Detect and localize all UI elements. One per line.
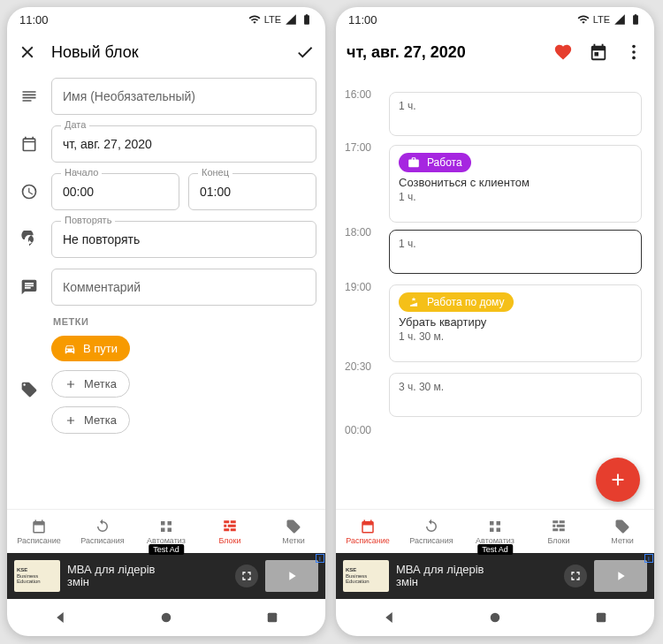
recents-button[interactable]: [593, 610, 609, 625]
event-tag-chip: Работа: [399, 153, 471, 172]
tag-icon: [16, 381, 42, 398]
ad-banner[interactable]: Test Ad i KSEBusiness Education МВА для …: [336, 553, 654, 599]
ad-test-label: Test Ad: [477, 544, 513, 555]
event-card[interactable]: 3 ч. 30 м.: [389, 373, 642, 417]
ad-text: МВА для лідерівзмін: [396, 564, 557, 589]
status-bar: 11:00 LTE: [7, 7, 325, 32]
time-label: 19:00: [345, 281, 377, 334]
app-bar: чт, авг. 27, 2020: [336, 32, 654, 72]
phone-left: 11:00 LTE Новый блок Имя (Необязательный…: [7, 7, 325, 636]
end-time-input[interactable]: Конец 01:00: [188, 173, 316, 210]
status-net: LTE: [593, 14, 610, 25]
close-icon[interactable]: [18, 42, 37, 62]
recents-button[interactable]: [264, 610, 280, 625]
ad-info-icon[interactable]: i: [644, 554, 653, 563]
svg-rect-1: [268, 613, 278, 623]
plus-icon: [65, 414, 77, 427]
text-icon: [16, 87, 42, 105]
car-icon: [64, 343, 76, 355]
back-button[interactable]: [381, 610, 397, 625]
tag-primary-chip[interactable]: В пути: [51, 336, 130, 361]
event-duration: 1 ч.: [399, 191, 632, 203]
tags-heading: МЕТКИ: [53, 316, 316, 327]
phone-right: 11:00 LTE чт, авг. 27, 2020 16:0017:0018…: [336, 7, 654, 636]
comment-input[interactable]: Комментарий: [51, 269, 316, 306]
ad-info-icon[interactable]: i: [316, 554, 324, 563]
name-input[interactable]: Имя (Необязательный): [51, 78, 316, 115]
home-button[interactable]: [487, 610, 503, 625]
status-time: 11:00: [348, 13, 377, 27]
event-duration: 1 ч. 30 м.: [399, 330, 632, 343]
time-label: 16:00: [345, 88, 377, 141]
home-button[interactable]: [158, 610, 174, 625]
svg-rect-6: [597, 613, 606, 623]
event-duration: 3 ч. 30 м.: [399, 381, 632, 393]
ad-video-thumb[interactable]: [265, 560, 318, 592]
time-label: 20:30: [345, 360, 377, 413]
ad-logo: KSEBusiness Education: [343, 560, 389, 592]
more-icon[interactable]: [624, 42, 644, 62]
time-label: 17:00: [345, 141, 377, 194]
svg-point-0: [162, 613, 171, 623]
status-indicators: LTE: [248, 13, 313, 26]
wifi-icon: [248, 13, 261, 26]
nav-schedule[interactable]: Расписание: [7, 510, 71, 553]
battery-icon: [629, 13, 642, 26]
ad-expand-icon[interactable]: [235, 564, 258, 587]
schedule-content: 16:0017:0018:0019:0020:3000:00 1 ч. 1 ч.…: [336, 72, 654, 509]
status-time: 11:00: [19, 13, 49, 27]
ad-video-thumb[interactable]: [594, 560, 647, 592]
nav-schedules[interactable]: Расписания: [71, 510, 134, 553]
nav-tags[interactable]: Метки: [262, 510, 325, 553]
nav-schedules[interactable]: Расписания: [400, 510, 463, 553]
system-nav: [336, 599, 654, 636]
nav-schedule[interactable]: Расписание: [336, 510, 400, 553]
event-column: 1 ч. 1 ч.РаботаСозвониться с клиентом1 ч…: [389, 72, 647, 509]
nav-blocks[interactable]: Блоки: [198, 510, 262, 553]
svg-point-3: [632, 50, 636, 54]
nav-blocks[interactable]: Блоки: [527, 510, 591, 553]
svg-point-2: [632, 45, 636, 49]
event-title: Созвониться с клиентом: [399, 176, 632, 189]
wifi-icon: [577, 13, 590, 26]
start-time-input[interactable]: Начало 00:00: [51, 173, 179, 210]
ad-expand-icon[interactable]: [564, 564, 587, 587]
event-duration: 1 ч.: [399, 238, 632, 250]
add-tag-chip-2[interactable]: Метка: [51, 406, 130, 434]
confirm-icon[interactable]: [295, 42, 315, 62]
repeat-input[interactable]: Повторять Не повторять: [51, 221, 316, 258]
page-title: Новый блок: [51, 43, 281, 62]
today-icon[interactable]: [589, 42, 608, 62]
plus-icon: [65, 378, 77, 390]
signal-icon: [613, 13, 626, 26]
app-bar: Новый блок: [7, 32, 325, 72]
calendar-icon: [16, 135, 42, 153]
ad-test-label: Test Ad: [149, 544, 184, 555]
event-tag-chip: Работа по дому: [399, 292, 514, 312]
signal-icon: [285, 13, 297, 26]
status-bar: 11:00 LTE: [336, 7, 654, 32]
event-card[interactable]: 1 ч.: [389, 92, 642, 136]
form-content: Имя (Необязательный) Дата чт, авг. 27, 2…: [7, 72, 325, 509]
event-card[interactable]: 1 ч.: [389, 230, 642, 274]
status-indicators: LTE: [577, 13, 642, 26]
add-fab[interactable]: [596, 458, 640, 502]
event-duration: 1 ч.: [399, 100, 632, 112]
add-tag-chip-1[interactable]: Метка: [51, 370, 130, 398]
nav-tags[interactable]: Метки: [591, 510, 654, 553]
clock-icon: [16, 183, 42, 201]
svg-point-5: [491, 613, 500, 623]
time-label: 00:00: [345, 424, 377, 477]
battery-icon: [301, 13, 313, 26]
system-nav: [7, 599, 325, 636]
event-title: Убрать квартиру: [399, 315, 632, 329]
ad-banner[interactable]: Test Ad i KSEBusiness Education МВА для …: [7, 553, 325, 599]
event-card[interactable]: Работа по домуУбрать квартиру1 ч. 30 м.: [389, 284, 642, 362]
back-button[interactable]: [52, 610, 68, 625]
time-label: 18:00: [345, 226, 377, 279]
event-card[interactable]: РаботаСозвониться с клиентом1 ч.: [389, 145, 642, 223]
svg-point-4: [632, 57, 636, 60]
heart-icon[interactable]: [553, 42, 573, 62]
date-input[interactable]: Дата чт, авг. 27, 2020: [51, 125, 316, 163]
date-title[interactable]: чт, авг. 27, 2020: [347, 43, 539, 62]
